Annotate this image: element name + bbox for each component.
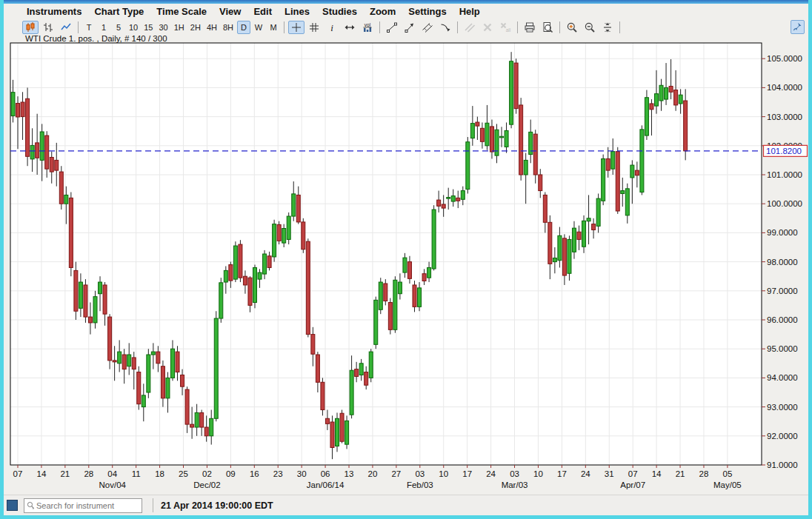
menu-item-time-scale[interactable]: Time Scale xyxy=(156,6,207,17)
line-chart-button[interactable] xyxy=(58,21,74,34)
candle-down xyxy=(185,389,189,424)
menu-bar: InstrumentsChart TypeTime ScaleViewEditL… xyxy=(4,4,808,19)
candle-up xyxy=(645,98,648,135)
candle-up xyxy=(451,196,455,201)
parallel-lines-icon xyxy=(464,21,476,33)
candle-down xyxy=(88,317,92,323)
grid-toggle-button[interactable] xyxy=(306,21,322,34)
zoom-in-button[interactable] xyxy=(564,21,580,34)
candle-down xyxy=(592,224,596,230)
tf-4hour-button[interactable]: 4H xyxy=(204,21,219,34)
menu-item-settings[interactable]: Settings xyxy=(408,6,446,17)
draw-arrow-button[interactable] xyxy=(437,21,453,34)
menu-item-lines[interactable]: Lines xyxy=(284,6,310,17)
tf-5min-button[interactable]: 5 xyxy=(112,21,125,34)
window-left-border xyxy=(0,0,4,519)
draw-channel-button[interactable] xyxy=(419,21,436,34)
toolbar-separator xyxy=(457,21,458,33)
date-axis-label: 25 xyxy=(179,469,188,478)
search-input[interactable] xyxy=(35,500,139,511)
date-axis-label: 11 xyxy=(132,469,141,478)
menu-item-help[interactable]: Help xyxy=(459,6,480,17)
instrument-search[interactable] xyxy=(24,498,142,513)
date-axis-label: 07 xyxy=(13,469,23,478)
menu-item-instruments[interactable]: Instruments xyxy=(27,6,81,17)
menu-item-view[interactable]: View xyxy=(219,6,241,17)
info-icon: i xyxy=(326,21,338,33)
month-axis-label: Nov/04 xyxy=(99,481,127,489)
candlestick-chart-button[interactable] xyxy=(22,21,39,34)
candle-down xyxy=(239,244,242,278)
candle-down xyxy=(156,352,160,364)
draw-ray-button[interactable] xyxy=(402,21,418,34)
svg-text:all: all xyxy=(506,27,511,33)
delete-all-lines-button[interactable]: all xyxy=(497,21,513,34)
date-axis-label: 04 xyxy=(107,469,117,478)
tf-monthly-button[interactable]: M xyxy=(267,21,280,34)
candle-down xyxy=(365,372,368,386)
candle-up xyxy=(510,61,513,124)
price-axis-label: 104.0000 xyxy=(767,83,802,92)
candle-up xyxy=(30,145,34,158)
draw-trendline-button[interactable] xyxy=(384,21,400,34)
price-axis-label: 94.0000 xyxy=(767,373,798,382)
fit-vertical-button[interactable] xyxy=(599,21,616,34)
volume-button[interactable]: vol xyxy=(359,21,376,34)
candle-down xyxy=(181,375,184,386)
date-axis-label: 14 xyxy=(652,469,662,478)
menu-item-chart-type[interactable]: Chart Type xyxy=(94,6,144,17)
tf-30min-button[interactable]: 30 xyxy=(157,21,170,34)
delete-line-icon xyxy=(482,21,493,33)
svg-text:101.8200: 101.8200 xyxy=(766,147,802,155)
pin-icon xyxy=(793,21,802,34)
candle-down xyxy=(539,175,542,191)
candle-down xyxy=(562,238,566,275)
tf-2hour-button[interactable]: 2H xyxy=(188,21,203,34)
tf-tick-button[interactable]: T xyxy=(82,21,96,34)
price-chart[interactable]: 105.0000104.0000103.0000102.0000101.0000… xyxy=(0,0,812,519)
candle-up xyxy=(485,123,489,146)
candle-up xyxy=(151,352,155,355)
candle-down xyxy=(514,63,518,109)
horizontal-scroll-button[interactable] xyxy=(342,21,358,34)
time-axis[interactable]: 0714212804111825020916233006132027031017… xyxy=(13,465,742,489)
candle-down xyxy=(108,317,112,361)
toolbar: T151015301H2H4H8HDWMivolall xyxy=(4,19,808,35)
info-button[interactable]: i xyxy=(324,21,340,34)
date-axis-label: 14 xyxy=(37,469,47,478)
zoom-out-button[interactable] xyxy=(582,21,598,34)
menu-item-edit[interactable]: Edit xyxy=(253,6,272,17)
tf-1hour-button[interactable]: 1H xyxy=(172,21,187,34)
price-axis-label: 93.0000 xyxy=(767,403,798,412)
print-preview-button[interactable] xyxy=(539,21,556,34)
menu-item-studies[interactable]: Studies xyxy=(322,6,357,17)
delete-line-button[interactable] xyxy=(479,21,496,34)
pin-window-button[interactable] xyxy=(791,20,805,34)
candlestick-chart-icon xyxy=(24,21,36,33)
crosshair-button[interactable] xyxy=(288,21,304,34)
price-axis[interactable]: 105.0000104.0000103.0000102.0000101.0000… xyxy=(762,54,802,469)
candle-up xyxy=(11,93,15,116)
menu-item-zoom[interactable]: Zoom xyxy=(370,6,396,17)
draw-ray-icon xyxy=(404,21,416,33)
tf-15min-button[interactable]: 15 xyxy=(142,21,155,34)
parallel-lines-button[interactable] xyxy=(462,21,478,34)
print-button[interactable] xyxy=(522,21,538,34)
month-axis-label: Feb/03 xyxy=(407,481,433,489)
candle-up xyxy=(679,95,682,104)
grid-toggle-icon xyxy=(308,21,320,33)
last-price-label: 101.8200 xyxy=(764,145,808,156)
tf-8hour-button[interactable]: 8H xyxy=(221,21,236,34)
date-axis-label: 06 xyxy=(321,469,330,478)
date-axis-label: 16 xyxy=(250,469,259,478)
date-axis-label: 31 xyxy=(605,469,614,478)
month-axis-label: Apr/07 xyxy=(620,481,645,489)
date-axis-label: 18 xyxy=(155,469,164,478)
ohlc-bars-chart-button[interactable] xyxy=(40,21,56,34)
tf-10min-button[interactable]: 10 xyxy=(127,21,140,34)
tf-weekly-button[interactable]: W xyxy=(252,21,265,34)
tf-1min-button[interactable]: 1 xyxy=(97,21,110,34)
candle-down xyxy=(674,90,678,105)
tf-daily-button[interactable]: D xyxy=(237,21,250,34)
candle-up xyxy=(142,395,145,407)
